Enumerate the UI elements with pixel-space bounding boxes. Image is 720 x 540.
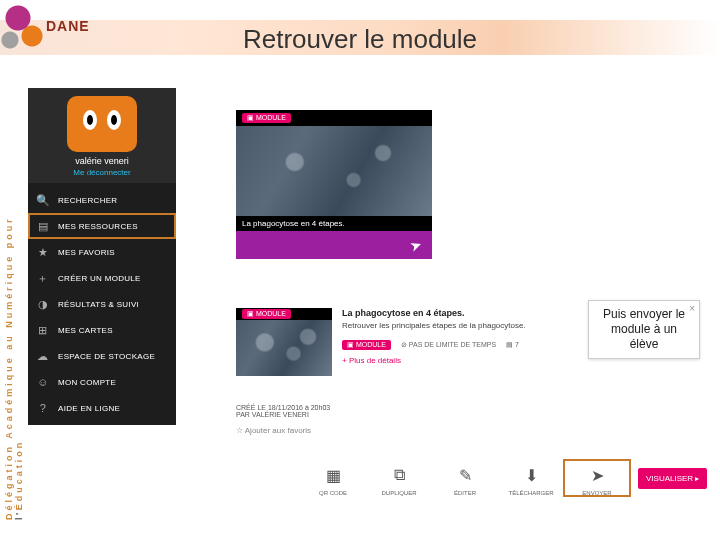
sidebar-item-label: RÉSULTATS & SUIVI	[58, 300, 139, 309]
sidebar-item-rechercher[interactable]: 🔍RECHERCHER	[28, 187, 176, 213]
module-thumbnail	[236, 320, 332, 376]
avatar-eye	[107, 110, 121, 130]
send-icon: ➤	[564, 460, 630, 490]
sidebar-item-aide[interactable]: ?AIDE EN LIGNE	[28, 395, 176, 421]
action-qrcode[interactable]: ▦QR CODE	[300, 460, 366, 496]
qrcode-icon: ▦	[300, 460, 366, 490]
module-badge: ▣ MODULE	[242, 113, 291, 123]
module-thumb-small[interactable]: ▣ MODULE	[236, 308, 332, 376]
action-download[interactable]: ⬇TÉLÉCHARGER	[498, 460, 564, 496]
cloud-icon: ☁	[36, 349, 50, 363]
duplicate-icon: ⧉	[366, 460, 432, 490]
action-label: ENVOYER	[564, 490, 630, 496]
download-icon: ⬇	[498, 460, 564, 490]
visualiser-button[interactable]: VISUALISER ▸	[638, 468, 707, 489]
created-date: CRÉÉ LE 18/11/2016 à 20h03	[236, 404, 632, 411]
profile-block: valérie veneri Me déconnecter	[28, 88, 176, 183]
module-thumbnail	[236, 126, 432, 216]
sidebar-item-mes-ressources[interactable]: ▤MES RESSOURCES	[28, 213, 176, 239]
sidebar-item-label: MON COMPTE	[58, 378, 116, 387]
page-count: ▤ 7	[506, 341, 519, 349]
add-favorite-link[interactable]: ☆ Ajouter aux favoris	[236, 426, 632, 435]
module-title: La phagocytose en 4 étapes.	[236, 216, 432, 231]
star-icon: ★	[36, 245, 50, 259]
sidebar: valérie veneri Me déconnecter 🔍RECHERCHE…	[28, 88, 176, 425]
pencil-icon: ✎	[432, 460, 498, 490]
tooltip-send: × Puis envoyer le module à un élève	[588, 300, 700, 359]
module-card[interactable]: ▣ MODULE La phagocytose en 4 étapes. ➤	[236, 110, 432, 259]
sidebar-item-label: MES FAVORIS	[58, 248, 115, 257]
avatar-eye	[83, 110, 97, 130]
created-by: PAR VALÉRIE VENERI	[236, 411, 632, 418]
action-label: DUPLIQUER	[366, 490, 432, 496]
slide: DANE Retrouver le module Délégation Acad…	[0, 0, 720, 540]
chart-icon: ◑	[36, 297, 50, 311]
logout-link[interactable]: Me déconnecter	[28, 168, 176, 177]
module-detail: ▣ MODULE La phagocytose en 4 étapes. Ret…	[236, 308, 632, 435]
header: DANE Retrouver le module	[0, 0, 720, 56]
sidebar-item-label: MES RESSOURCES	[58, 222, 138, 231]
help-icon: ?	[36, 401, 50, 415]
sidebar-item-label: CRÉER UN MODULE	[58, 274, 141, 283]
sidebar-item-label: RECHERCHER	[58, 196, 117, 205]
grid-icon: ⊞	[36, 323, 50, 337]
sidebar-item-favoris[interactable]: ★MES FAVORIS	[28, 239, 176, 265]
sidebar-item-label: MES CARTES	[58, 326, 113, 335]
module-badge: ▣ MODULE	[242, 309, 291, 319]
action-edit[interactable]: ✎ÉDITER	[432, 460, 498, 496]
action-label: QR CODE	[300, 490, 366, 496]
profile-name: valérie veneri	[28, 156, 176, 166]
plus-icon: ＋	[36, 271, 50, 285]
nav: 🔍RECHERCHER ▤MES RESSOURCES ★MES FAVORIS…	[28, 183, 176, 425]
module-action-bar: ➤	[236, 231, 432, 259]
search-icon: 🔍	[36, 193, 50, 207]
page-title: Retrouver le module	[0, 24, 720, 55]
send-icon: ➤	[408, 235, 425, 254]
action-label: TÉLÉCHARGER	[498, 490, 564, 496]
vertical-caption: Délégation Académique au Numérique pour …	[4, 160, 24, 520]
time-limit: ⊘ PAS DE LIMITE DE TEMPS	[401, 341, 496, 349]
sidebar-item-compte[interactable]: ☺MON COMPTE	[28, 369, 176, 395]
avatar	[67, 96, 137, 152]
action-send[interactable]: ➤ENVOYER	[564, 460, 630, 496]
action-duplicate[interactable]: ⧉DUPLIQUER	[366, 460, 432, 496]
sidebar-item-creer-module[interactable]: ＋CRÉER UN MODULE	[28, 265, 176, 291]
sidebar-item-label: AIDE EN LIGNE	[58, 404, 120, 413]
module-badge: ▣ MODULE	[342, 340, 391, 350]
module-badge-bar: ▣ MODULE	[236, 110, 432, 126]
sidebar-item-cartes[interactable]: ⊞MES CARTES	[28, 317, 176, 343]
sidebar-item-stockage[interactable]: ☁ESPACE DE STOCKAGE	[28, 343, 176, 369]
sidebar-item-resultats[interactable]: ◑RÉSULTATS & SUIVI	[28, 291, 176, 317]
action-bar: ▦QR CODE ⧉DUPLIQUER ✎ÉDITER ⬇TÉLÉCHARGER…	[300, 460, 720, 496]
action-label: ÉDITER	[432, 490, 498, 496]
user-icon: ☺	[36, 375, 50, 389]
sidebar-item-label: ESPACE DE STOCKAGE	[58, 352, 155, 361]
close-icon[interactable]: ×	[689, 303, 695, 316]
list-icon: ▤	[36, 219, 50, 233]
